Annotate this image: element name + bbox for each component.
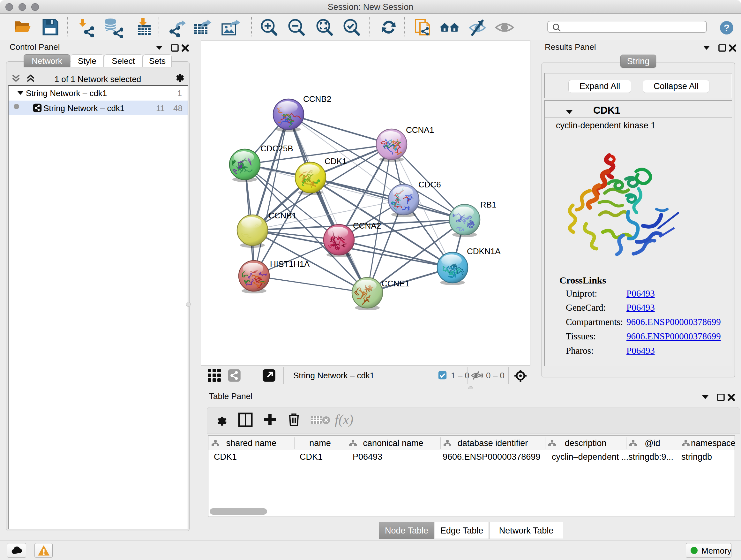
svg-text:CCNB1: CCNB1	[268, 211, 296, 220]
svg-text:CDC6: CDC6	[418, 180, 441, 189]
svg-text:?: ?	[724, 22, 730, 33]
svg-text:CDC25B: CDC25B	[260, 144, 293, 153]
svg-text:CDK1: CDK1	[325, 157, 347, 166]
svg-text:CCNE1: CCNE1	[381, 279, 409, 288]
svg-text:RB1: RB1	[480, 200, 496, 209]
svg-text:HIST1H1A: HIST1H1A	[270, 259, 310, 269]
svg-text:CCNA2: CCNA2	[353, 221, 381, 231]
svg-text:CCNA1: CCNA1	[406, 125, 434, 135]
svg-text:CDKN1A: CDKN1A	[467, 246, 501, 256]
svg-text:CCNB2: CCNB2	[303, 94, 331, 104]
